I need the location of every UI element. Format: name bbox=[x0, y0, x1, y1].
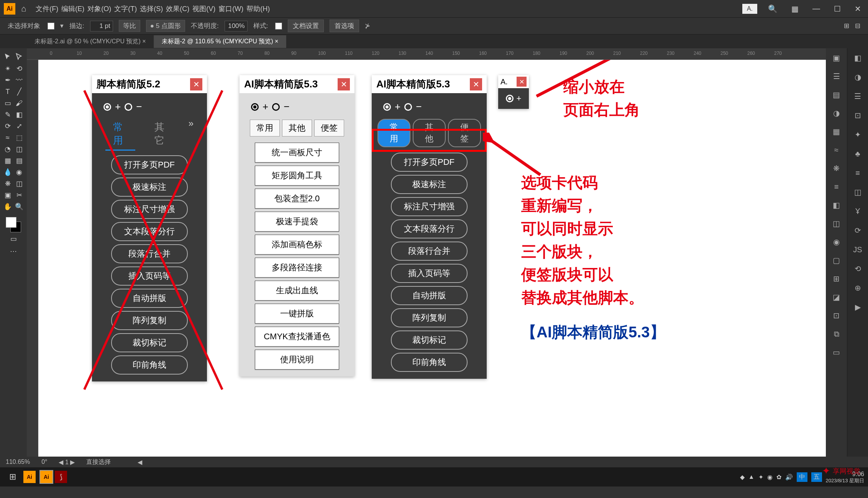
color-swatch[interactable] bbox=[6, 217, 21, 232]
panel-icon[interactable]: ≡ bbox=[852, 167, 863, 179]
artboard-nav[interactable]: ◀ 1 ▶ bbox=[59, 459, 75, 466]
hand-tool[interactable]: ✋ bbox=[2, 201, 13, 212]
properties-icon[interactable]: ▣ bbox=[831, 52, 842, 64]
btn-unify-artboard[interactable]: 统一画板尺寸 bbox=[255, 143, 339, 163]
gradient-icon[interactable]: ◧ bbox=[831, 199, 842, 211]
rotate-angle[interactable]: 0° bbox=[41, 459, 47, 465]
close-icon[interactable]: ✕ bbox=[338, 78, 350, 90]
btn-open-pdf[interactable]: 打开多页PDF bbox=[111, 155, 188, 174]
free-transform-tool[interactable]: ⬚ bbox=[13, 132, 25, 143]
home-icon[interactable]: ⌂ bbox=[21, 4, 26, 14]
transform-icon[interactable]: ⊡ bbox=[831, 310, 842, 321]
color-icon[interactable]: ◑ bbox=[831, 107, 842, 119]
menu-select[interactable]: 选择(S) bbox=[140, 4, 163, 13]
btn-crop-marks[interactable]: 裁切标记 bbox=[391, 330, 468, 350]
arrange-icon[interactable]: ▦ bbox=[788, 4, 802, 13]
panel-icon[interactable]: ⟳ bbox=[852, 225, 863, 236]
menu-help[interactable]: 帮助(H) bbox=[246, 4, 270, 13]
brushes-icon[interactable]: ≈ bbox=[831, 144, 842, 156]
uniform-dropdown[interactable]: 等比 bbox=[119, 20, 140, 32]
btn-path-connect[interactable]: 多段路径连接 bbox=[255, 258, 339, 278]
close-icon[interactable]: ✕ bbox=[517, 77, 527, 87]
panel-icon[interactable]: ☰ bbox=[852, 90, 863, 102]
docked-mini-panel[interactable]: A. bbox=[742, 4, 757, 14]
transparency-icon[interactable]: ◫ bbox=[831, 218, 842, 229]
menu-type[interactable]: 文字(T) bbox=[114, 4, 137, 13]
stroke-value[interactable]: 1 pt bbox=[90, 21, 113, 31]
maximize-button[interactable]: ☐ bbox=[831, 4, 844, 13]
scroll-left-icon[interactable]: ◀ bbox=[138, 459, 142, 466]
gradient-tool[interactable]: ▤ bbox=[13, 155, 25, 166]
btn-auto-impose[interactable]: 自动拼版 bbox=[391, 286, 468, 305]
tab-common[interactable]: 常用 bbox=[250, 120, 280, 136]
prefs-button[interactable]: 首选项 bbox=[330, 20, 359, 32]
btn-cmyk-pantone[interactable]: CMYK查找潘通色 bbox=[255, 327, 339, 347]
panel-icon[interactable]: JS bbox=[852, 244, 863, 255]
btn-insert-page[interactable]: 插入页码等 bbox=[111, 266, 188, 286]
libraries-icon[interactable]: ▤ bbox=[831, 89, 842, 100]
panel-icon[interactable]: ◑ bbox=[852, 71, 863, 83]
radio-off-icon[interactable] bbox=[125, 103, 132, 111]
tab-common[interactable]: 常用 bbox=[105, 118, 135, 151]
btn-handbag[interactable]: 极速手提袋 bbox=[255, 212, 339, 232]
btn-para-merge[interactable]: 段落行合并 bbox=[111, 244, 188, 263]
appearance-icon[interactable]: ◉ bbox=[831, 236, 842, 248]
btn-text-split[interactable]: 文本段落分行 bbox=[391, 219, 468, 238]
btn-insert-page[interactable]: 插入页码等 bbox=[391, 264, 468, 283]
shaper-tool[interactable]: ✎ bbox=[2, 109, 13, 120]
close-button[interactable]: ✕ bbox=[852, 4, 864, 13]
taskbar-ai-2[interactable]: Ai bbox=[40, 471, 53, 483]
line-tool[interactable]: ╱ bbox=[13, 86, 25, 97]
artboard[interactable]: 脚本精简版5.2 ✕ + − 常用 其它 » 打开多页PDF 极速标注 标注尺寸… bbox=[38, 60, 826, 457]
lasso-tool[interactable]: ⟲ bbox=[13, 63, 25, 74]
screen-mode-icon[interactable]: ▭ bbox=[8, 233, 19, 245]
magic-wand-tool[interactable]: ✴ bbox=[2, 63, 13, 74]
graph-tool[interactable]: ◫ bbox=[13, 178, 25, 189]
selection-tool[interactable] bbox=[2, 51, 13, 63]
close-icon[interactable]: ✕ bbox=[470, 78, 482, 90]
panel-icon[interactable]: ✦ bbox=[852, 129, 863, 140]
radio-off-icon[interactable] bbox=[404, 103, 412, 111]
tab-other[interactable]: 其他 bbox=[282, 120, 312, 136]
menu-edit[interactable]: 编辑(E) bbox=[61, 4, 84, 13]
btn-add-swatch[interactable]: 添加画稿色标 bbox=[255, 235, 339, 255]
rect-tool[interactable]: ▭ bbox=[2, 97, 13, 109]
menu-effect[interactable]: 效果(C) bbox=[166, 4, 189, 13]
pathfinder-icon[interactable]: ◪ bbox=[831, 291, 842, 303]
doc-setup-button[interactable]: 文档设置 bbox=[288, 20, 324, 32]
doc-tab-1[interactable]: 未标题-2.ai @ 50 % (CMYK/CPU 预览) × bbox=[27, 35, 154, 48]
btn-prepress-corner[interactable]: 印前角线 bbox=[391, 353, 468, 372]
panel-icon[interactable]: ⟲ bbox=[852, 263, 863, 274]
radio-on-icon[interactable] bbox=[506, 95, 514, 102]
radio-off-icon[interactable] bbox=[272, 103, 280, 111]
panel-icon[interactable]: ♣ bbox=[852, 148, 863, 159]
tab-other[interactable]: 其它 bbox=[147, 118, 177, 151]
btn-auto-impose[interactable]: 自动拼版 bbox=[111, 289, 188, 308]
btn-bleed-line[interactable]: 生成出血线 bbox=[255, 281, 339, 301]
btn-array-copy[interactable]: 阵列复制 bbox=[391, 308, 468, 327]
eraser-tool[interactable]: ◧ bbox=[13, 109, 25, 120]
menu-file[interactable]: 文件(F) bbox=[36, 4, 58, 13]
start-button[interactable]: ⊞ bbox=[4, 469, 21, 485]
volume-icon[interactable]: 🔊 bbox=[785, 473, 793, 481]
artboard-tool[interactable]: ▣ bbox=[2, 189, 13, 201]
tray-icon[interactable]: ◆ bbox=[740, 473, 745, 481]
btn-para-merge[interactable]: 段落行合并 bbox=[391, 242, 468, 261]
type-tool[interactable]: T bbox=[2, 86, 13, 97]
chevron-right-icon[interactable]: » bbox=[189, 118, 194, 151]
panel-icon[interactable]: ▶ bbox=[852, 301, 863, 313]
scale-tool[interactable]: ⤢ bbox=[13, 120, 25, 132]
radio-on-icon[interactable] bbox=[103, 103, 111, 111]
btn-round-rect[interactable]: 矩形圆角工具 bbox=[255, 166, 339, 186]
pen-tool[interactable]: ✒ bbox=[2, 74, 13, 86]
menu-view[interactable]: 视图(V) bbox=[192, 4, 215, 13]
symbol-tool[interactable]: ❋ bbox=[2, 178, 13, 189]
eyedropper-tool[interactable]: 💧 bbox=[2, 166, 13, 178]
doc-tab-2[interactable]: 未标题-2 @ 110.65 % (CMYK/CPU 预览) × bbox=[154, 35, 287, 48]
btn-crop-marks[interactable]: 裁切标记 bbox=[111, 333, 188, 352]
ime-wubi[interactable]: 五 bbox=[811, 472, 822, 482]
align-icon[interactable]: ⊞ bbox=[844, 22, 849, 30]
align-icon[interactable]: ⊞ bbox=[831, 273, 842, 284]
brush-dropdown[interactable]: ● 5 点圆形 bbox=[146, 20, 185, 32]
slice-tool[interactable]: ✂ bbox=[13, 189, 25, 201]
